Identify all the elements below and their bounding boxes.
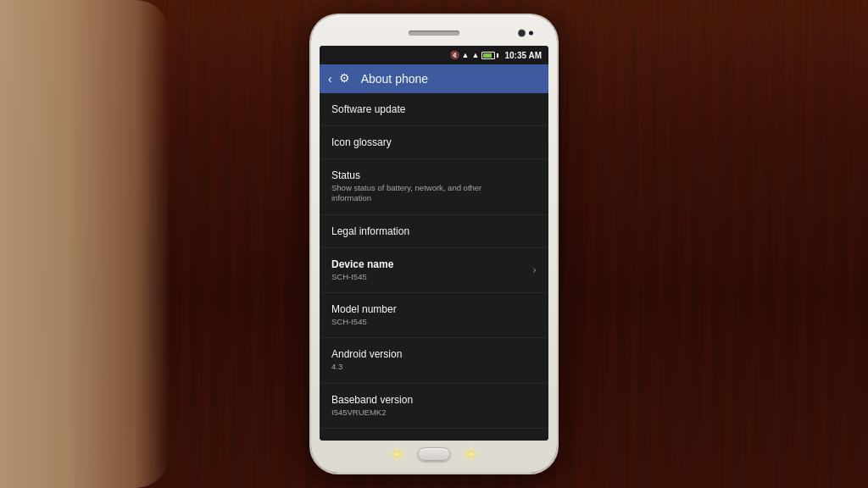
device-name-arrow: › xyxy=(532,263,537,277)
android-version-subtitle: 4.3 xyxy=(331,362,402,372)
settings-list: Software update Icon glossary Status Sho… xyxy=(320,93,548,441)
nav-bar: ‹ ⚙ About phone xyxy=(320,64,548,93)
phone-screen: 🔇 ▲ ▲ 10:35 AM ‹ ⚙ About phone xyxy=(320,46,548,441)
settings-item-android-version[interactable]: Android version 4.3 xyxy=(320,338,548,383)
legal-text: Legal information xyxy=(331,225,409,237)
settings-item-legal[interactable]: Legal information xyxy=(320,215,548,248)
status-subtitle: Show status of battery, network, and oth… xyxy=(331,183,509,204)
device-name-title: Device name xyxy=(331,258,393,270)
icon-glossary-text: Icon glossary xyxy=(331,136,392,148)
settings-item-software-update[interactable]: Software update xyxy=(320,93,548,126)
battery-icon xyxy=(481,52,498,59)
baseband-title: Baseband version xyxy=(331,394,413,406)
hand-overlay xyxy=(0,0,170,488)
page-title: About phone xyxy=(361,72,428,86)
settings-item-status[interactable]: Status Show status of battery, network, … xyxy=(320,159,548,215)
right-glow-dot xyxy=(467,451,474,458)
speaker-grille xyxy=(409,30,459,36)
software-update-text: Software update xyxy=(331,103,405,115)
icon-glossary-title: Icon glossary xyxy=(331,136,392,148)
sensor-dot xyxy=(529,31,533,36)
model-number-title: Model number xyxy=(331,303,397,315)
settings-item-kernel[interactable]: Kernel version xyxy=(320,429,548,441)
home-button[interactable] xyxy=(418,447,450,461)
phone-bottom xyxy=(318,447,550,461)
kernel-text: Kernel version xyxy=(331,439,397,441)
gear-icon: ⚙ xyxy=(339,71,354,86)
signal-icon: ▲ xyxy=(462,51,470,59)
settings-item-device-name[interactable]: Device name SCH-I545 › xyxy=(320,248,548,293)
status-bar: 🔇 ▲ ▲ 10:35 AM xyxy=(320,46,548,64)
model-number-subtitle: SCH-I545 xyxy=(331,317,397,327)
status-icons: 🔇 ▲ ▲ 10:35 AM xyxy=(450,51,542,60)
legal-title: Legal information xyxy=(331,225,409,237)
front-camera xyxy=(519,30,525,36)
status-text: Status Show status of battery, network, … xyxy=(331,169,509,204)
device-name-subtitle: SCH-I545 xyxy=(331,272,393,282)
back-button[interactable]: ‹ xyxy=(328,72,332,86)
baseband-subtitle: I545VRUEMK2 xyxy=(331,408,413,418)
android-version-text: Android version 4.3 xyxy=(331,348,402,372)
settings-item-model-number[interactable]: Model number SCH-I545 xyxy=(320,293,548,338)
settings-item-baseband[interactable]: Baseband version I545VRUEMK2 xyxy=(320,384,548,429)
software-update-title: Software update xyxy=(331,103,405,115)
android-version-title: Android version xyxy=(331,348,402,360)
left-glow-dot xyxy=(394,451,401,458)
settings-item-icon-glossary[interactable]: Icon glossary xyxy=(320,126,548,159)
status-time: 10:35 AM xyxy=(504,51,542,60)
kernel-title: Kernel version xyxy=(331,439,397,441)
device-name-text: Device name SCH-I545 xyxy=(331,258,393,282)
mute-icon: 🔇 xyxy=(450,51,459,59)
baseband-text: Baseband version I545VRUEMK2 xyxy=(331,394,413,418)
model-number-text: Model number SCH-I545 xyxy=(331,303,397,327)
phone-top-bar xyxy=(318,25,550,41)
status-title: Status xyxy=(331,169,509,181)
wifi-icon: ▲ xyxy=(472,51,480,59)
phone-device: 🔇 ▲ ▲ 10:35 AM ‹ ⚙ About phone xyxy=(311,15,557,473)
